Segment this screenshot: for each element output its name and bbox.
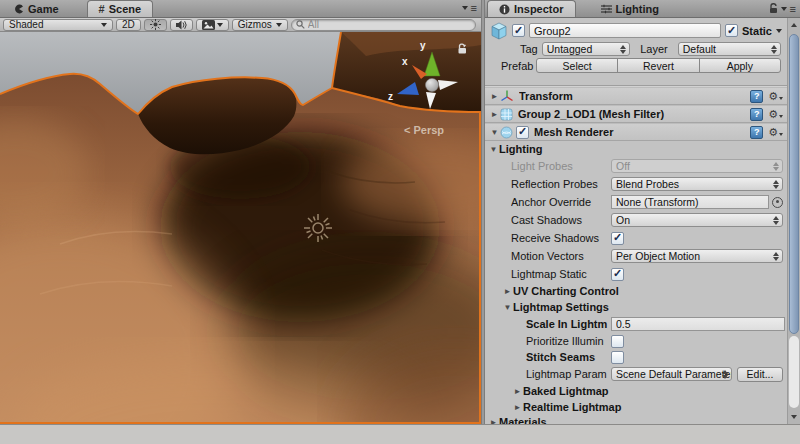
gizmos-dropdown[interactable]: Gizmos (232, 19, 288, 31)
scene-tabbar: Game # Scene ≡ (0, 0, 481, 18)
uv-charting-foldout[interactable]: ► UV Charting Control (485, 283, 787, 299)
tab-inspector[interactable]: Inspector (487, 0, 576, 17)
stitch-seams-checkbox[interactable] (611, 351, 624, 364)
baked-lightmap-foldout[interactable]: ► Baked Lightmap (485, 383, 787, 399)
cast-shadows-dropdown[interactable]: On (611, 213, 783, 227)
foldout-open-icon[interactable]: ▼ (489, 128, 500, 137)
component-menu[interactable]: ⚙ (768, 127, 783, 138)
motion-vectors-value: Per Object Motion (616, 250, 700, 262)
static-checkbox[interactable]: ✓ (725, 24, 738, 37)
scroll-down-arrow-icon[interactable] (788, 411, 800, 423)
static-dropdown-arrow-icon[interactable] (776, 29, 782, 33)
prefab-select-button[interactable]: Select (536, 58, 618, 73)
unity-editor-window: Game # Scene ≡ Shaded 2D (0, 0, 800, 444)
lightmap-parameters-dropdown[interactable]: Scene Default Parameters (611, 367, 732, 381)
component-menu[interactable]: ⚙ (768, 109, 783, 120)
light-probes-value: Off (616, 160, 630, 172)
prefab-revert-button[interactable]: Revert (617, 58, 699, 73)
inspector-scrollbar[interactable] (787, 18, 800, 424)
lightmap-settings-foldout[interactable]: ▼ Lightmap Settings (485, 299, 787, 315)
inspector-tabbar: Inspector Lighting ≡ (485, 0, 800, 18)
prioritize-illumination-checkbox[interactable] (611, 335, 624, 348)
tag-dropdown[interactable]: Untagged (542, 42, 630, 56)
help-icon[interactable]: ? (750, 126, 763, 139)
scrollbar-thumb[interactable] (789, 34, 799, 334)
prefab-apply-button[interactable]: Apply (699, 58, 781, 73)
gameobject-enabled-checkbox[interactable]: ✓ (512, 24, 525, 37)
effects-dropdown[interactable] (196, 19, 229, 31)
mesh-renderer-component-header[interactable]: ▼ ✓ Mesh Renderer ? ⚙ (485, 123, 787, 141)
edit-parameters-button[interactable]: Edit... (737, 367, 783, 382)
scrollbar-track[interactable] (789, 336, 799, 408)
cast-shadows-row: Cast Shadows On (485, 211, 787, 229)
lightmap-static-row: Lightmap Static ✓ (485, 265, 787, 283)
window-bottom-bar (0, 424, 800, 444)
baked-lightmap-label: Baked Lightmap (523, 385, 609, 397)
pane-menu-arrow-icon (781, 7, 787, 11)
chevron-down-icon (276, 23, 282, 27)
pane-menu-icon: ≡ (471, 3, 477, 13)
lighting-foldout[interactable]: ▼ Lighting (485, 141, 787, 157)
component-menu[interactable]: ⚙ (768, 91, 783, 102)
sun-icon (150, 19, 161, 30)
lightmap-parameters-label: Lightmap Param (526, 368, 611, 380)
anchor-override-row: Anchor Override (485, 193, 787, 211)
inspector-pane-menu[interactable]: ≡ (769, 3, 796, 14)
chevron-down-icon (217, 23, 223, 27)
search-icon (296, 20, 305, 29)
help-icon[interactable]: ? (750, 108, 763, 121)
anchor-override-field[interactable] (611, 195, 769, 209)
lock-icon[interactable] (769, 3, 778, 14)
tab-scene[interactable]: # Scene (87, 0, 154, 17)
scene-audio-toggle[interactable] (170, 19, 193, 31)
scale-in-lightmap-field[interactable] (611, 317, 785, 331)
info-icon (499, 4, 510, 15)
gear-icon: ⚙ (768, 91, 778, 102)
scene-search-input[interactable] (308, 19, 469, 30)
2d-toggle-button[interactable]: 2D (116, 19, 141, 31)
scene-search-box[interactable] (291, 19, 476, 31)
game-icon (14, 4, 24, 14)
tab-game[interactable]: Game (3, 0, 70, 17)
layer-dropdown[interactable]: Default (678, 42, 781, 56)
header-separator (485, 74, 787, 86)
lightmap-settings-label: Lightmap Settings (513, 301, 609, 313)
tab-lighting[interactable]: Lighting (590, 0, 670, 17)
gizmo-hub[interactable] (426, 79, 439, 92)
materials-foldout[interactable]: ► Materials (485, 415, 787, 424)
scale-in-lightmap-label: Scale In Lightm (526, 318, 611, 330)
draw-mode-label: Shaded (9, 19, 43, 30)
transform-component-header[interactable]: ► Transform ? ⚙ (485, 87, 787, 105)
foldout-closed-icon[interactable]: ► (489, 110, 500, 119)
foldout-closed-icon[interactable]: ► (489, 92, 500, 101)
tab-scene-label: Scene (109, 3, 141, 15)
mesh-renderer-enabled-checkbox[interactable]: ✓ (516, 126, 529, 139)
z-axis-label: z (388, 91, 393, 102)
scene-viewport[interactable]: < Persp y x z (0, 32, 481, 424)
object-picker-icon[interactable] (772, 197, 783, 208)
scroll-up-arrow-icon[interactable] (788, 19, 800, 31)
help-icon[interactable]: ? (750, 90, 763, 103)
scene-panel: Game # Scene ≡ Shaded 2D (0, 0, 481, 424)
tag-value: Untagged (547, 43, 593, 55)
inspector-content: ✓ ✓ Static Tag Untagged Layer Default (485, 18, 787, 424)
tab-game-label: Game (28, 3, 59, 15)
mesh-filter-component-header[interactable]: ► Group 2_LOD1 (Mesh Filter) ? ⚙ (485, 105, 787, 123)
scene-lighting-toggle[interactable] (144, 19, 167, 31)
lightmap-static-checkbox[interactable]: ✓ (611, 268, 624, 281)
foldout-closed-icon: ► (512, 403, 523, 412)
y-axis-label: y (420, 40, 426, 51)
motion-vectors-dropdown[interactable]: Per Object Motion (611, 249, 783, 263)
receive-shadows-checkbox[interactable]: ✓ (611, 232, 624, 245)
prioritize-illumination-row: Prioritize Illumin (485, 333, 787, 349)
scene-pane-menu[interactable]: ≡ (462, 3, 477, 13)
reflection-probes-label: Reflection Probes (511, 178, 611, 190)
persp-label[interactable]: < Persp (404, 124, 444, 136)
receive-shadows-row: Receive Shadows ✓ (485, 229, 787, 247)
realtime-lightmap-foldout[interactable]: ► Realtime Lightmap (485, 399, 787, 415)
reflection-probes-dropdown[interactable]: Blend Probes (611, 177, 783, 191)
draw-mode-dropdown[interactable]: Shaded (3, 19, 113, 31)
motion-vectors-row: Motion Vectors Per Object Motion (485, 247, 787, 265)
gameobject-name-field[interactable] (529, 23, 721, 38)
prefab-row: Prefab Select Revert Apply (485, 57, 787, 74)
